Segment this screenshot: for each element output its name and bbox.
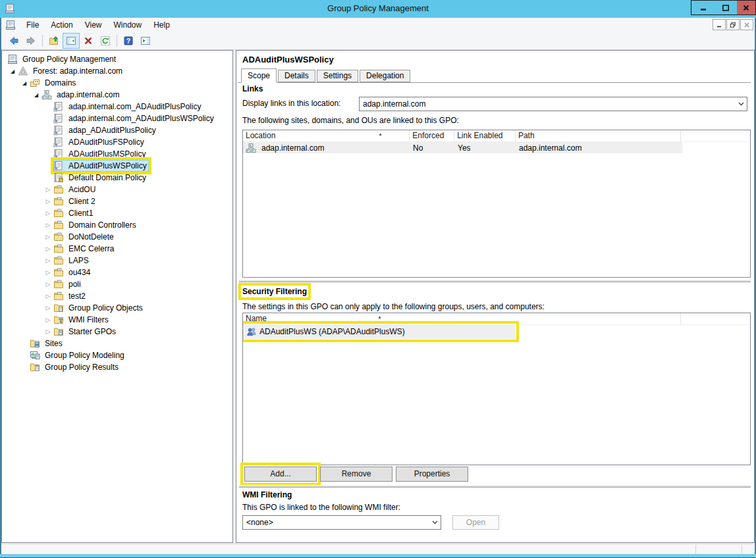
- mdi-restore-button[interactable]: [726, 19, 740, 30]
- security-group-row[interactable]: ADAuditPlusWS (ADAP\ADAuditPlusWS): [244, 324, 516, 339]
- tree-item-label: Group Policy Management: [20, 55, 118, 64]
- tree-item-label: Client1: [67, 209, 95, 218]
- menu-view[interactable]: View: [79, 18, 108, 32]
- tree-item[interactable]: ADAuditPlusMSPolicy: [2, 148, 232, 160]
- collapsed-twisty-icon[interactable]: ▷: [43, 245, 53, 252]
- help-button[interactable]: ?: [120, 33, 137, 49]
- close-button[interactable]: [737, 0, 756, 15]
- mdi-close-button[interactable]: [740, 19, 753, 30]
- tree-item[interactable]: ◢adap.internal.com: [2, 89, 232, 101]
- forward-button[interactable]: [22, 33, 40, 49]
- mdi-minimize-button[interactable]: [713, 19, 726, 30]
- links-listview[interactable]: LocationEnforcedLink EnabledPath adap.in…: [242, 130, 751, 278]
- remove-button[interactable]: Remove: [320, 467, 392, 482]
- tree-item[interactable]: Group Policy Results: [2, 361, 232, 373]
- collapsed-twisty-icon[interactable]: ▷: [43, 293, 53, 299]
- tree-item[interactable]: ▷Starter GPOs: [2, 326, 232, 338]
- ou-icon: [53, 208, 64, 218]
- tab-scope[interactable]: Scope: [241, 68, 277, 83]
- tree-item[interactable]: ▷LAPS: [2, 255, 232, 266]
- tree-item-body: AcidOU: [53, 184, 97, 195]
- collapsed-twisty-icon[interactable]: ▷: [43, 257, 53, 264]
- add-button[interactable]: Add...: [244, 467, 317, 482]
- tree-item[interactable]: ▷ou434: [2, 266, 232, 278]
- tree-item[interactable]: ▷DoNotDelete: [2, 231, 232, 243]
- collapsed-twisty-icon[interactable]: ▷: [43, 269, 53, 276]
- tree-item[interactable]: adap.internal.com_ADAuditPlusWSPolicy: [2, 113, 232, 124]
- maximize-button[interactable]: [715, 0, 738, 15]
- tree-item[interactable]: adap.internal.com_ADAuditPlusPolicy: [2, 101, 232, 113]
- wmi-filter-dropdown[interactable]: <none>: [242, 515, 441, 530]
- tab-settings[interactable]: Settings: [317, 70, 358, 82]
- menu-file[interactable]: File: [20, 18, 45, 32]
- tree-item-body: ADAuditPlusFSPolicy: [53, 136, 146, 148]
- tree-item-body: Forest: adap.internal.com: [18, 65, 124, 77]
- tree-item[interactable]: ▷poli: [2, 278, 232, 290]
- menu-action[interactable]: Action: [45, 18, 78, 32]
- menu-help[interactable]: Help: [148, 18, 176, 32]
- properties-button[interactable]: Properties: [396, 467, 468, 482]
- tree-item[interactable]: ▷Client1: [2, 207, 232, 219]
- menu-window[interactable]: Window: [108, 18, 148, 32]
- expanded-twisty-icon[interactable]: ◢: [31, 92, 41, 98]
- collapsed-twisty-icon[interactable]: ▷: [43, 198, 53, 205]
- column-header-link-enabled[interactable]: Link Enabled: [454, 130, 516, 141]
- section-separator: [239, 485, 751, 488]
- tree-item-label: WMI Filters: [67, 315, 111, 324]
- tree-item[interactable]: ▷AcidOU: [2, 184, 232, 195]
- security-table-header[interactable]: Name: [243, 313, 750, 325]
- column-header-enforced[interactable]: Enforced: [410, 130, 454, 141]
- collapsed-twisty-icon[interactable]: ▷: [43, 186, 53, 193]
- collapsed-twisty-icon[interactable]: ▷: [43, 317, 53, 323]
- collapsed-twisty-icon[interactable]: ▷: [43, 281, 53, 288]
- open-button[interactable]: Open: [452, 515, 499, 530]
- back-button[interactable]: [5, 33, 22, 49]
- expanded-twisty-icon[interactable]: ◢: [19, 80, 30, 86]
- show-console-tree-button[interactable]: [63, 33, 80, 49]
- tree-item-body: adap.internal.com: [41, 89, 121, 101]
- tab-delegation[interactable]: Delegation: [360, 70, 410, 82]
- links-table-row[interactable]: adap.internal.comNoYesadap.internal.com: [243, 142, 682, 153]
- tree-item[interactable]: Group Policy Management: [2, 53, 232, 65]
- tree-item[interactable]: Sites: [2, 338, 232, 349]
- tree-item[interactable]: ADAuditPlusFSPolicy: [2, 136, 232, 148]
- tree-item[interactable]: ▷EMC Celerra: [2, 243, 232, 255]
- minimize-button[interactable]: [691, 0, 715, 15]
- tree-item[interactable]: Group Policy Modeling: [2, 349, 232, 361]
- forest-icon: [18, 66, 28, 76]
- column-header-path[interactable]: Path: [516, 130, 681, 141]
- tree-item[interactable]: ◢Forest: adap.internal.com: [2, 65, 232, 77]
- tree-item[interactable]: ◢Domains: [2, 77, 232, 89]
- status-bar-divider: [742, 545, 742, 554]
- column-header-location[interactable]: Location: [243, 130, 410, 141]
- collapsed-twisty-icon[interactable]: ▷: [43, 210, 53, 216]
- tree-item[interactable]: ▷Client 2: [2, 195, 232, 207]
- delete-button[interactable]: [80, 33, 97, 49]
- tab-details[interactable]: Details: [278, 70, 315, 82]
- tree-item[interactable]: adap_ADAuditPlusPolicy: [2, 124, 232, 136]
- links-table-header[interactable]: LocationEnforcedLink EnabledPath: [243, 130, 750, 142]
- tree-item[interactable]: ▷test2: [2, 290, 232, 302]
- expanded-twisty-icon[interactable]: ◢: [7, 68, 18, 74]
- refresh-button[interactable]: [97, 33, 114, 49]
- tree-item-body: Group Policy Objects: [53, 302, 145, 314]
- collapsed-twisty-icon[interactable]: ▷: [43, 328, 53, 335]
- tree-item-label: adap.internal.com_ADAuditPlusWSPolicy: [67, 114, 216, 123]
- collapsed-twisty-icon[interactable]: ▷: [43, 222, 53, 228]
- tree-item[interactable]: Default Domain Policy: [2, 172, 232, 184]
- tree-item-body: Client 2: [53, 195, 97, 207]
- tree-item[interactable]: ADAuditPlusWSPolicy: [2, 160, 232, 172]
- tree-item[interactable]: ▷WMI Filters: [2, 314, 232, 326]
- show-action-pane-button[interactable]: [137, 33, 154, 49]
- collapsed-twisty-icon[interactable]: ▷: [43, 305, 53, 311]
- collapsed-twisty-icon[interactable]: ▷: [43, 234, 53, 240]
- tree-item[interactable]: ▷Group Policy Objects: [2, 302, 232, 314]
- up-one-level-button[interactable]: [45, 33, 63, 49]
- wmi-filter-value: <none>: [243, 518, 429, 527]
- wmi-filtering-heading: WMI Filtering: [242, 490, 292, 499]
- tree-item[interactable]: ▷Domain Controllers: [2, 219, 232, 231]
- security-filtering-listview[interactable]: Name ▲ ADAuditPlusWS (ADAP\ADAuditPlusWS…: [242, 313, 751, 465]
- location-dropdown[interactable]: adap.internal.com: [359, 97, 747, 111]
- column-header-name[interactable]: Name: [243, 313, 681, 324]
- back-arrow-icon: [9, 36, 19, 46]
